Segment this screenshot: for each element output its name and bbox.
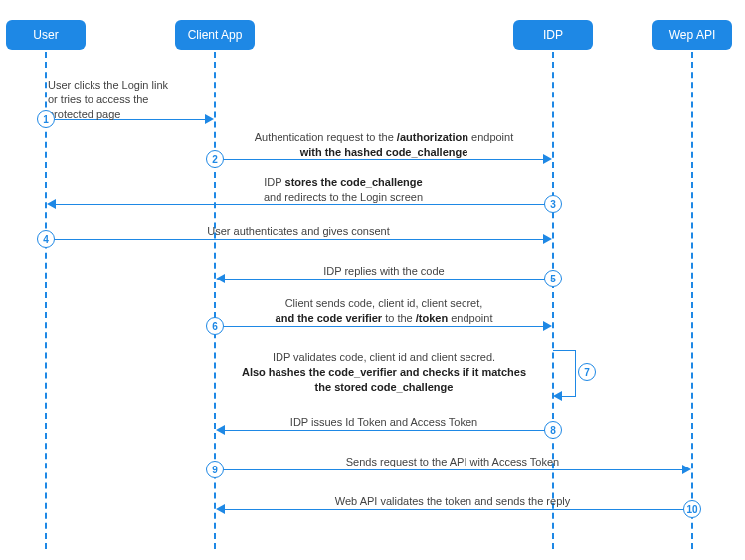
msg-2-label: Authentication request to the /authoriza… [235,130,533,160]
step-4-badge: 4 [37,230,55,248]
msg-2-b1: /authorization [397,131,468,143]
msg-9-label: Sends request to the API with Access Tok… [279,455,627,469]
participant-api: Wep API [652,20,732,50]
msg-1-label: User clicks the Login linkor tries to ac… [48,78,213,122]
msg-6-b1: and the code verifier [276,312,383,324]
msg-3-b1: stores the code_challenge [285,176,423,188]
arrow-head-icon [543,154,552,164]
participant-user: User [6,20,86,50]
msg-5-arrow [225,279,553,280]
msg-7-loop-top [553,350,575,351]
lifeline-api [691,52,693,549]
msg-9-arrow [215,469,682,470]
step-7-badge: 7 [578,363,596,381]
arrow-head-icon [553,391,562,401]
msg-7-pre: IDP validates code, client id and client… [273,351,495,363]
arrow-head-icon [682,465,691,474]
msg-5-label: IDP replies with the code [235,264,533,279]
msg-6-mid: to the [382,312,416,324]
step-10-badge: 10 [683,500,701,518]
arrow-head-icon [216,425,225,435]
arrow-head-icon [216,504,225,514]
msg-4-label: User authenticates and gives consent [149,224,448,239]
step-9-badge: 9 [206,461,224,478]
msg-2-mid: endpoint [468,131,513,143]
msg-7-loop-side [575,350,576,396]
msg-2-b2: with the hashed code_challenge [300,146,468,158]
msg-10-arrow [225,509,692,510]
participant-idp: IDP [513,20,593,50]
msg-7-label: IDP validates code, client id and client… [235,350,533,395]
step-1-badge: 1 [37,110,55,128]
msg-4-arrow [46,239,543,240]
msg-10-label: Web API validates the token and sends th… [279,494,627,509]
step-2-badge: 2 [206,150,224,168]
msg-6-post: endpoint [448,312,492,324]
step-5-badge: 5 [544,270,562,287]
msg-7-loop-bottom [562,396,576,397]
participant-client: Client App [175,20,255,50]
step-8-badge: 8 [544,421,562,439]
sequence-diagram: User Client App IDP Wep API User clicks … [0,0,745,560]
arrow-head-icon [543,321,552,331]
msg-8-arrow [225,430,553,431]
msg-6-pre: Client sends code, client id, client sec… [285,297,483,309]
msg-6-arrow [215,326,543,327]
arrow-head-icon [543,234,552,244]
msg-7-b1: Also hashes the code_verifier and checks… [242,366,526,393]
step-3-badge: 3 [544,195,562,213]
arrow-head-icon [47,199,56,209]
msg-6-b2: /token [416,312,448,324]
step-6-badge: 6 [206,317,224,335]
msg-3-post: and redirects to the Login screen [264,191,423,203]
arrow-head-icon [216,274,225,283]
msg-3-label: IDP stores the code_challengeand redirec… [179,175,507,205]
msg-2-pre: Authentication request to the [255,131,397,143]
msg-6-label: Client sends code, client id, client sec… [235,296,533,326]
msg-8-label: IDP issues Id Token and Access Token [235,415,533,430]
msg-3-pre: IDP [264,176,284,188]
lifeline-idp [552,52,554,549]
